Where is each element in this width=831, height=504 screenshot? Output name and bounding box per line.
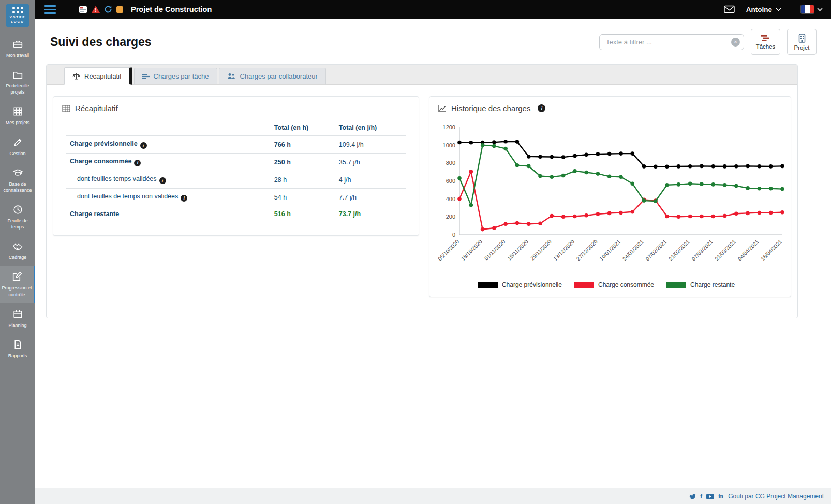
edit-icon	[11, 271, 22, 282]
svg-text:21/03/2021: 21/03/2021	[714, 238, 737, 262]
svg-text:07/02/2021: 07/02/2021	[644, 238, 668, 262]
line-chart-icon	[438, 105, 447, 112]
task-bars-icon	[142, 73, 150, 80]
france-flag-icon	[801, 5, 814, 13]
legend-item[interactable]: Charge restante	[666, 281, 742, 288]
sidebar-item-rapports[interactable]: Rapports	[0, 334, 35, 364]
language-selector[interactable]	[801, 5, 823, 13]
main-content: Suivi des charges × Tâches Projet	[35, 19, 831, 488]
social-links: f in	[689, 493, 723, 500]
svg-text:18/10/2020: 18/10/2020	[459, 238, 483, 262]
info-icon[interactable]: i	[140, 142, 147, 149]
svg-text:18/04/2021: 18/04/2021	[760, 238, 783, 262]
info-icon[interactable]: i	[159, 177, 166, 184]
grid-icon	[12, 106, 23, 117]
user-menu[interactable]: Antoine	[746, 6, 781, 13]
risk-warning-icon[interactable]	[91, 5, 100, 13]
table-row: Charge restante 516 h 73.7 j/h	[66, 206, 406, 222]
footer-credit-link[interactable]: Gouti par CG Project Management	[728, 493, 824, 500]
svg-text:27/12/2020: 27/12/2020	[575, 238, 599, 262]
col-total-jh: Total (en j/h)	[335, 120, 406, 136]
linkedin-icon[interactable]: in	[718, 493, 723, 500]
user-name: Antoine	[746, 6, 772, 13]
project-button[interactable]: Projet	[787, 29, 817, 55]
sidebar-item-planning[interactable]: Planning	[0, 303, 35, 334]
legend-label: Charge restante	[690, 281, 735, 288]
svg-text:15/11/2020: 15/11/2020	[506, 238, 529, 262]
building-icon	[798, 34, 806, 43]
legend-label: Charge prévisionnelle	[502, 281, 562, 288]
info-icon[interactable]: i	[181, 195, 187, 202]
svg-text:1000: 1000	[443, 142, 455, 148]
topbar: Projet de Construction Antoine	[35, 0, 831, 19]
handshake-icon	[12, 241, 23, 252]
sidebar: VOTRELOGO Mon travail Portefeuille proje…	[0, 0, 35, 504]
clock-icon	[12, 204, 23, 215]
legend-swatch	[666, 282, 686, 288]
svg-text:21/02/2021: 21/02/2021	[667, 238, 691, 262]
scale-icon	[72, 72, 80, 80]
legend-label: Charge consommée	[598, 281, 654, 288]
sidebar-item-cadrage[interactable]: Cadrage	[0, 236, 35, 266]
svg-text:400: 400	[446, 196, 455, 202]
charges-panel: Récapitulatif Charges par tâche Charges …	[46, 64, 798, 318]
tab-charges-par-tache[interactable]: Charges par tâche	[134, 68, 217, 85]
sidebar-item-progression-et-controle[interactable]: Progression et contrôle	[0, 266, 35, 303]
youtube-icon[interactable]	[706, 494, 714, 499]
mail-icon[interactable]	[724, 5, 735, 13]
people-icon	[227, 73, 236, 80]
svg-text:1200: 1200	[443, 124, 455, 130]
action-sync-icon[interactable]	[104, 5, 112, 13]
legend-item[interactable]: Charge prévisionnelle	[478, 281, 569, 288]
tab-recapitulatif[interactable]: Récapitulatif	[64, 67, 132, 85]
pencil-icon	[12, 137, 23, 148]
tasks-button[interactable]: Tâches	[751, 29, 780, 55]
chevron-down-icon	[817, 8, 823, 11]
table-icon	[62, 105, 70, 112]
info-icon[interactable]: i	[134, 160, 141, 166]
page-title: Suivi des charges	[50, 35, 152, 49]
graduation-cap-icon	[12, 167, 23, 178]
info-icon[interactable]: i	[538, 104, 545, 112]
svg-text:800: 800	[446, 160, 455, 166]
footer: f in Gouti par CG Project Management	[35, 488, 831, 504]
tab-bar: Récapitulatif Charges par tâche Charges …	[47, 65, 797, 85]
history-card: Historique des charges i 020040060080010…	[429, 96, 791, 297]
hamburger-menu-icon[interactable]	[43, 4, 57, 15]
charges-line-chart: 02004006008001000120005/10/202018/10/202…	[429, 119, 791, 277]
app-logo[interactable]: VOTRELOGO	[6, 4, 29, 27]
table-row: Charge consomméei 250 h 35.7 j/h	[66, 154, 406, 171]
filter-search: ×	[599, 34, 744, 50]
svg-text:200: 200	[446, 213, 455, 220]
chevron-down-icon	[776, 8, 781, 11]
milestone-icon[interactable]	[116, 6, 124, 13]
calendar-icon	[12, 309, 23, 319]
recap-table: Total (en h) Total (en j/h) Charge prévi…	[66, 120, 406, 222]
deliverable-board-icon[interactable]	[79, 5, 87, 14]
legend-item[interactable]: Charge consommée	[574, 281, 661, 288]
table-row: dont feuilles temps validéesi 28 h 4 j/h	[66, 171, 406, 189]
sidebar-item-base-de-connaissance[interactable]: Base de connaissance	[0, 162, 35, 199]
history-card-title: Historique des charges	[451, 104, 530, 113]
facebook-icon[interactable]: f	[700, 493, 702, 500]
sidebar-item-gestion[interactable]: Gestion	[0, 132, 35, 162]
twitter-icon[interactable]	[689, 493, 696, 499]
recap-card-title: Récapitulatif	[75, 104, 118, 113]
recap-card: Récapitulatif Total (en h) Total (en j/h…	[53, 96, 419, 236]
filter-input[interactable]	[599, 34, 744, 50]
sidebar-item-mon-travail[interactable]: Mon travail	[0, 34, 35, 64]
briefcase-icon	[12, 39, 23, 50]
logo-text: VOTRELOGO	[10, 15, 26, 24]
sidebar-item-mes-projets[interactable]: Mes projets	[0, 101, 35, 131]
tab-charges-par-collaborateur[interactable]: Charges par collaborateur	[219, 68, 326, 85]
sidebar-item-portefeuille-projets[interactable]: Portefeuille projets	[0, 64, 35, 101]
report-icon	[12, 339, 23, 350]
col-total-h: Total (en h)	[270, 120, 335, 136]
project-title: Projet de Construction	[131, 5, 212, 13]
sidebar-item-feuille-de-temps[interactable]: Feuille de temps	[0, 199, 35, 236]
folder-icon	[12, 69, 23, 80]
project-indicator-icons	[79, 5, 124, 14]
svg-text:04/04/2021: 04/04/2021	[736, 238, 760, 262]
svg-text:07/03/2021: 07/03/2021	[690, 238, 714, 262]
clear-search-icon[interactable]: ×	[731, 38, 740, 47]
